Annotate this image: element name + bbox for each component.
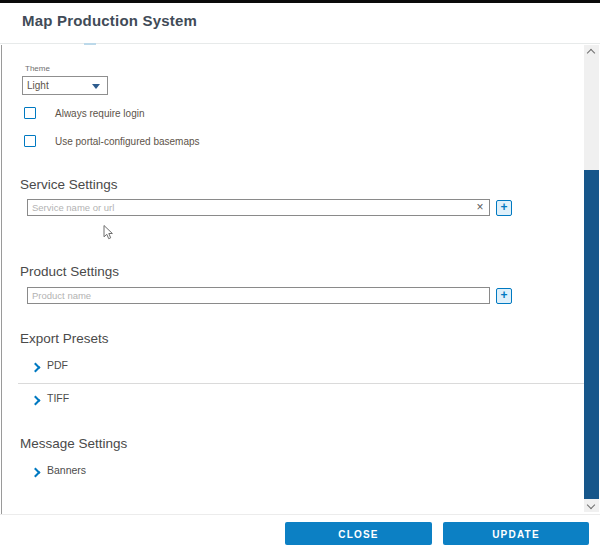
scroll-down-button[interactable] — [584, 500, 599, 512]
pdf-preset-expander[interactable]: PDF — [32, 359, 68, 374]
portal-basemaps-checkbox[interactable] — [24, 135, 36, 147]
content-left-border — [1, 45, 2, 514]
add-product-button[interactable]: + — [496, 288, 512, 304]
clear-icon[interactable]: × — [473, 200, 487, 214]
chevron-right-icon — [31, 363, 41, 373]
export-presets-heading: Export Presets — [20, 331, 109, 346]
always-require-login-checkbox[interactable] — [24, 107, 36, 119]
portal-basemaps-label: Use portal-configured basemaps — [55, 136, 200, 147]
add-service-button[interactable]: + — [496, 200, 512, 216]
chevron-right-icon — [31, 468, 41, 478]
footer-divider — [0, 514, 600, 515]
preset-divider — [18, 383, 584, 384]
service-name-input[interactable] — [27, 199, 490, 216]
theme-selected-value: Light — [27, 80, 49, 91]
plus-icon: + — [500, 200, 507, 214]
banners-label: Banners — [47, 464, 86, 476]
chevron-up-icon — [587, 49, 595, 57]
always-require-login-label: Always require login — [55, 108, 145, 119]
close-button[interactable]: CLOSE — [285, 522, 432, 545]
chevron-right-icon — [31, 396, 41, 406]
divider-highlight — [84, 43, 96, 45]
mouse-cursor — [103, 225, 115, 241]
theme-select[interactable]: Light — [22, 76, 108, 95]
product-settings-heading: Product Settings — [20, 264, 119, 279]
chevron-down-icon — [587, 501, 595, 509]
tiff-preset-expander[interactable]: TIFF — [32, 392, 69, 407]
map-production-system-dialog: Map Production System Theme Light Always… — [0, 0, 600, 557]
page-title: Map Production System — [22, 12, 197, 29]
plus-icon: + — [500, 288, 507, 302]
window-top-edge — [0, 0, 600, 3]
scroll-up-button[interactable] — [584, 45, 599, 57]
scrollbar-thumb[interactable] — [584, 170, 599, 499]
chevron-down-icon — [92, 84, 100, 89]
service-settings-heading: Service Settings — [20, 177, 118, 192]
product-name-input[interactable] — [27, 287, 490, 304]
tiff-preset-label: TIFF — [47, 392, 69, 404]
banners-expander[interactable]: Banners — [32, 464, 86, 479]
message-settings-heading: Message Settings — [20, 436, 127, 451]
vertical-scrollbar[interactable] — [584, 45, 599, 512]
pdf-preset-label: PDF — [47, 359, 68, 371]
theme-label: Theme — [25, 64, 50, 73]
update-button[interactable]: UPDATE — [443, 522, 589, 545]
